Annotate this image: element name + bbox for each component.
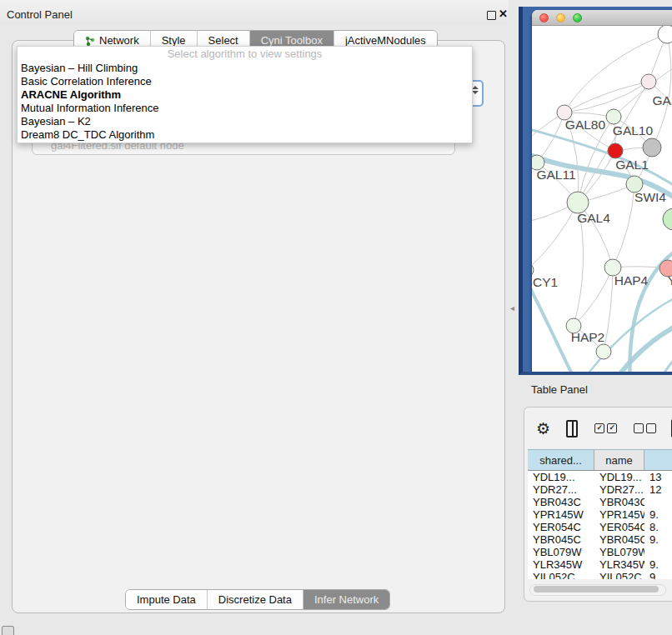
table-cell: YBL079W xyxy=(528,546,594,558)
network-canvas[interactable]: GALGAL80GAL10GAL1SWI4GAL11GAL4GCY1HAP4YH… xyxy=(532,26,672,375)
table-cell: YLR345W xyxy=(594,558,644,571)
dropdown-placeholder: Select algorithm to view settings xyxy=(18,47,472,62)
tab-label: Network xyxy=(99,34,139,47)
table-panel-title: Table Panel xyxy=(531,383,588,396)
algorithm-dropdown-list: Select algorithm to view settings Bayesi… xyxy=(17,46,473,143)
network-node[interactable] xyxy=(663,208,672,230)
hidden-panel-icon[interactable] xyxy=(2,626,14,635)
table-cell: YDL19... xyxy=(528,471,594,483)
table-cell xyxy=(644,496,672,508)
table-cell: YER054C xyxy=(594,521,644,533)
network-edge xyxy=(574,268,613,326)
screen: Control Panel ✕ Network Style Select Cyn… xyxy=(0,0,672,635)
column-header[interactable]: name xyxy=(594,450,644,470)
table-cell: 9. xyxy=(644,508,672,521)
network-node[interactable] xyxy=(658,26,672,43)
table-cell: YLR345W xyxy=(528,558,594,571)
tab-infer-network[interactable]: Infer Network xyxy=(303,590,389,609)
table-cell: YDL19... xyxy=(594,471,644,483)
table-cell: 8. xyxy=(644,521,672,533)
network-view-frame: GALGAL80GAL10GAL1SWI4GAL11GAL4GCY1HAP4YH… xyxy=(519,7,672,375)
network-edge xyxy=(613,184,634,268)
node-label: SWI4 xyxy=(634,190,666,204)
column-header[interactable]: shared... xyxy=(528,450,594,470)
node-label: Y xyxy=(668,273,672,288)
panel-collapse-arrow[interactable]: ◂ xyxy=(510,303,514,312)
table-cell: 9. xyxy=(644,533,672,546)
table-body: YDL19...YDL19...13YDR27...YDR27...12YBR0… xyxy=(528,471,672,579)
table-cell: 12 xyxy=(644,483,672,496)
network-node[interactable] xyxy=(596,344,611,359)
float-window-icon[interactable] xyxy=(487,11,496,20)
node-label: GAL xyxy=(652,93,672,108)
network-view-window: GALGAL80GAL10GAL1SWI4GAL11GAL4GCY1HAP4YH… xyxy=(532,10,672,375)
network-edge xyxy=(604,268,613,352)
node-label: GAL80 xyxy=(565,118,606,132)
table-row[interactable]: YPR145WYPR145W9. xyxy=(528,508,672,521)
network-window-titlebar[interactable] xyxy=(532,10,672,26)
table-row[interactable]: YBR043CYBR043C xyxy=(528,496,672,508)
table-horizontal-scrollbar[interactable] xyxy=(529,584,666,596)
control-panel-title: Control Panel xyxy=(7,8,73,21)
close-icon[interactable]: ✕ xyxy=(499,8,508,20)
columns-icon[interactable] xyxy=(566,420,578,438)
node-label: GAL10 xyxy=(613,123,654,138)
tab-discretize-data[interactable]: Discretize Data xyxy=(208,590,303,609)
table-row[interactable]: YLR345WYLR345W9. xyxy=(528,558,672,571)
table-cell: YDR27... xyxy=(594,483,644,496)
select-all-columns-icon[interactable]: ✓ ✓ xyxy=(594,423,617,433)
dropdown-item[interactable]: Bayesian – Hill Climbing xyxy=(18,62,472,75)
dropdown-item[interactable]: Dream8 DC_TDC Algorithm xyxy=(18,128,472,142)
zoom-traffic-light[interactable] xyxy=(573,13,582,22)
network-node[interactable] xyxy=(643,138,661,157)
gear-icon[interactable]: ⚙ xyxy=(536,419,550,438)
minimize-traffic-light[interactable] xyxy=(556,13,565,22)
close-traffic-light[interactable] xyxy=(539,13,549,22)
table-row[interactable]: YIL052CYIL052C9 xyxy=(528,571,672,579)
table-cell: YPR145W xyxy=(528,508,594,521)
bottom-tabbar: Impute Data Discretize Data Infer Networ… xyxy=(125,589,390,610)
dropdown-item[interactable]: Mutual Information Inference xyxy=(18,102,472,115)
column-header[interactable] xyxy=(644,450,672,470)
table-row[interactable]: YER054CYER054C8. xyxy=(528,521,672,533)
table-cell: YIL052C xyxy=(594,571,644,579)
network-edge-thick xyxy=(612,314,672,375)
table-row[interactable]: YBR045CYBR045C9. xyxy=(528,533,672,546)
table-header: shared...name xyxy=(528,449,672,471)
table-panel-window: ⚙ ✓ ✓ shared...name YDL19...YDL19...13YD… xyxy=(524,407,672,602)
table-cell: 9 xyxy=(644,571,672,579)
dropdown-item[interactable]: ARACNE Algorithm xyxy=(18,88,472,102)
node-label: GAL4 xyxy=(577,211,610,225)
network-node[interactable] xyxy=(606,109,621,124)
node-label: HAP4 xyxy=(614,273,649,288)
table-row[interactable]: YDL19...YDL19...13 xyxy=(528,471,672,483)
node-label: GAL1 xyxy=(615,158,649,172)
table-toolbar: ⚙ ✓ ✓ xyxy=(524,412,672,444)
node-label: GAL11 xyxy=(536,168,575,182)
table-cell: YDR27... xyxy=(528,483,594,496)
table-cell: YBR043C xyxy=(594,496,644,508)
tab-impute-data[interactable]: Impute Data xyxy=(126,590,208,609)
deselect-all-columns-icon[interactable] xyxy=(634,423,656,433)
dropdown-item[interactable]: Bayesian – K2 xyxy=(18,115,472,128)
table-row[interactable]: YBL079WYBL079W xyxy=(528,546,672,558)
table-cell: YPR145W xyxy=(594,508,644,521)
control-panel-titlebar xyxy=(0,0,509,25)
network-node[interactable] xyxy=(641,74,656,89)
table-cell: YIL052C xyxy=(528,571,594,579)
network-node[interactable] xyxy=(608,143,623,158)
table-cell: YBR045C xyxy=(528,533,594,546)
table-cell xyxy=(644,546,672,558)
node-label: HAP2 xyxy=(571,330,605,344)
table-cell: 9. xyxy=(644,558,672,571)
node-label: GCY1 xyxy=(532,275,558,289)
table-cell: YBR045C xyxy=(594,533,644,546)
network-tab-icon xyxy=(85,36,95,46)
table-row[interactable]: YDR27...YDR27...12 xyxy=(528,483,672,496)
attribute-table: shared...name YDL19...YDL19...13YDR27...… xyxy=(528,449,672,579)
network-edge-thick xyxy=(657,334,672,375)
table-cell: 13 xyxy=(644,471,672,483)
table-cell: YBL079W xyxy=(594,546,644,558)
network-edge xyxy=(652,34,671,148)
dropdown-item[interactable]: Basic Correlation Inference xyxy=(18,75,472,88)
